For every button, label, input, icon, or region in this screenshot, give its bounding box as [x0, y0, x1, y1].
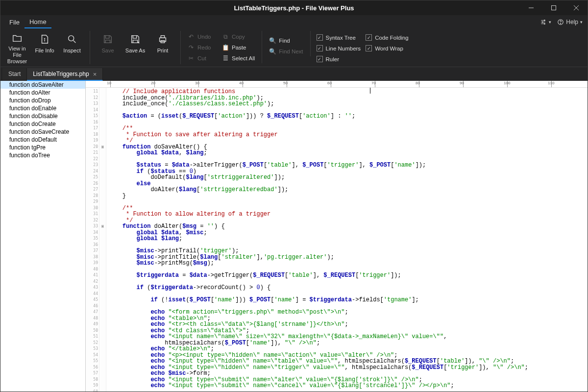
function-outline[interactable]: function doSaveAlterfunction doAlterfunc…	[0, 81, 86, 392]
column-ruler: 1020304050607080901001101201301401501601…	[86, 81, 588, 88]
redo-button: ↷ Redo	[185, 43, 219, 52]
line-numbers-check[interactable]: ✓ Line Numbers	[317, 44, 361, 53]
inspect-button[interactable]: Inspect	[58, 31, 86, 64]
ruler-check[interactable]: ✓ Ruler	[317, 54, 361, 64]
outline-item[interactable]: function tgPre	[0, 144, 85, 151]
minimize-button[interactable]	[520, 0, 542, 15]
copy-button: ⧉ Copy	[219, 32, 258, 42]
settings-button[interactable]: ▾	[540, 19, 551, 25]
code-viewport[interactable]: 1112131415161718192021222324252627282930…	[86, 88, 588, 392]
outline-item[interactable]: function doTree	[0, 151, 85, 159]
menu-home[interactable]: Home	[24, 16, 51, 28]
help-button[interactable]: Help ▾	[557, 19, 583, 25]
print-button[interactable]: Print	[149, 31, 176, 64]
save-as-icon	[129, 33, 142, 46]
checkbox-icon: ✓	[317, 45, 323, 51]
code-folding-check[interactable]: ✓ Code Folding	[366, 33, 408, 42]
outline-item[interactable]: function doDrop	[0, 97, 85, 104]
outline-item[interactable]: function doSaveCreate	[0, 128, 85, 136]
select-all-button[interactable]: ☰ Select All	[219, 53, 258, 63]
save-icon	[101, 33, 114, 46]
checkbox-icon: ✓	[366, 34, 372, 41]
cut-button: ✂ Cut	[185, 53, 219, 63]
find-next-icon: 🔍	[269, 48, 276, 55]
svg-point-7	[69, 36, 74, 41]
find-icon: 🔍	[269, 37, 276, 44]
menu-file[interactable]: File	[4, 17, 24, 28]
outline-item[interactable]: function doEnable	[0, 104, 85, 112]
find-button[interactable]: 🔍 Find	[266, 36, 306, 46]
save-button: Save	[94, 31, 122, 64]
menu-bar: File Home ▾ Help ▾	[0, 15, 588, 29]
save-as-button[interactable]: Save As	[122, 31, 149, 64]
editor-area: 1020304050607080901001101201301401501601…	[86, 81, 588, 392]
document-tabs: Start ListTableTriggers.php ×	[0, 67, 588, 81]
source-code[interactable]: // Include application functions include…	[106, 88, 588, 392]
outline-item[interactable]: function doAlter	[0, 89, 85, 97]
outline-item[interactable]: function doDisable	[0, 112, 85, 120]
svg-rect-9	[161, 36, 164, 38]
outline-item[interactable]: function doCreate	[0, 120, 85, 128]
syntax-tree-check[interactable]: ✓ Syntax Tree	[317, 33, 361, 42]
fold-column[interactable]: ▣▣	[99, 88, 106, 392]
file-info-icon	[38, 33, 51, 46]
select-all-icon: ☰	[222, 55, 229, 62]
maximize-button[interactable]	[542, 0, 565, 15]
folder-icon	[11, 33, 24, 44]
outline-item[interactable]: function doDefault	[0, 136, 85, 144]
ribbon: View in File Browser File Info Inspect S…	[0, 29, 588, 67]
find-next-button: 🔍 Find Next	[266, 47, 306, 56]
undo-button: ↶ Undo	[185, 32, 219, 42]
close-window-button[interactable]	[565, 0, 588, 15]
file-info-button[interactable]: File Info	[31, 31, 58, 64]
svg-point-5	[561, 23, 561, 24]
checkbox-icon: ✓	[317, 34, 323, 41]
svg-rect-8	[160, 38, 166, 41]
titlebar: ListTableTriggers.php - File Viewer Plus	[0, 0, 588, 15]
window-controls	[520, 0, 588, 15]
cut-icon: ✂	[188, 55, 195, 62]
view-in-browser-button[interactable]: View in File Browser	[3, 31, 31, 64]
svg-point-6	[44, 38, 45, 39]
svg-point-3	[544, 24, 545, 24]
redo-icon: ↷	[188, 44, 195, 51]
paste-icon: 📋	[222, 44, 229, 51]
svg-point-2	[542, 22, 543, 23]
main-area: function doSaveAlterfunction doAlterfunc…	[0, 81, 588, 392]
window-title: ListTableTriggers.php - File Viewer Plus	[234, 4, 354, 12]
paste-button[interactable]: 📋 Paste	[219, 43, 258, 52]
text-cursor	[370, 88, 370, 94]
tab-file-1[interactable]: ListTableTriggers.php ×	[27, 68, 103, 81]
outline-item[interactable]: function doSaveAlter	[0, 81, 85, 89]
tab-start[interactable]: Start	[2, 68, 27, 81]
close-tab-icon[interactable]: ×	[93, 71, 97, 78]
svg-rect-0	[552, 6, 556, 10]
print-icon	[156, 33, 169, 46]
inspect-icon	[66, 33, 78, 46]
svg-point-1	[544, 20, 545, 21]
line-number-gutter: 1112131415161718192021222324252627282930…	[86, 88, 99, 392]
checkbox-icon: ✓	[366, 45, 372, 51]
undo-icon: ↶	[188, 33, 195, 40]
help-label: Help	[566, 19, 578, 25]
word-wrap-check[interactable]: ✓ Word Wrap	[366, 44, 408, 53]
checkbox-icon: ✓	[317, 56, 323, 62]
copy-icon: ⧉	[222, 33, 229, 40]
